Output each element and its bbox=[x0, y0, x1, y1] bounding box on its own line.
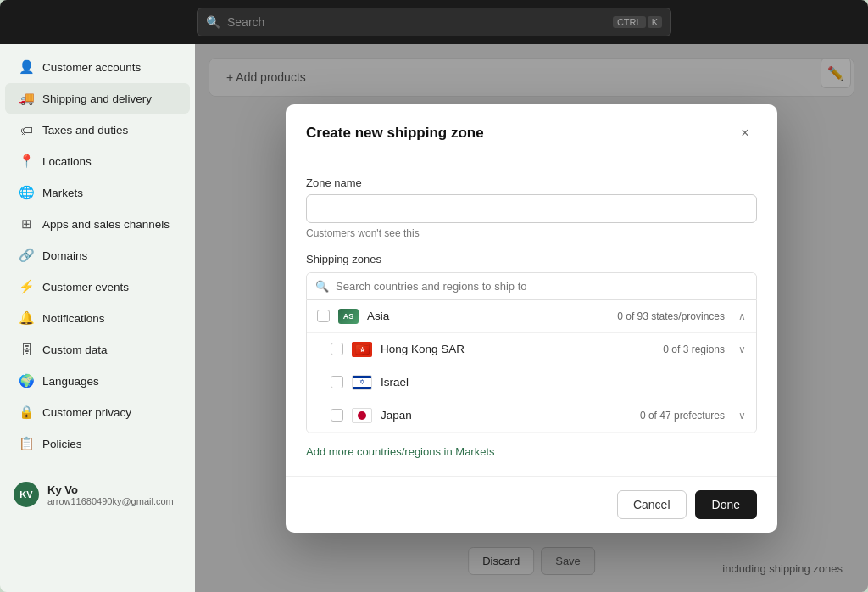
person-icon: 👤 bbox=[19, 59, 34, 75]
sidebar-item-shipping[interactable]: 🚚 Shipping and delivery bbox=[5, 83, 190, 114]
search-bar[interactable]: 🔍 Search CTRL K bbox=[197, 8, 671, 36]
israel-flag: ✡ bbox=[352, 375, 372, 390]
grid-icon: ⊞ bbox=[19, 216, 34, 232]
country-row-japan[interactable]: Japan 0 of 47 prefectures ∨ bbox=[307, 399, 756, 433]
modal-footer: Cancel Done bbox=[286, 476, 777, 533]
sidebar-item-customer-events[interactable]: ⚡ Customer events bbox=[5, 271, 190, 302]
link-icon: 🔗 bbox=[19, 248, 34, 263]
sidebar-item-languages[interactable]: 🌍 Languages bbox=[5, 366, 190, 396]
country-group-asia[interactable]: AS Asia 0 of 93 states/provinces ∧ bbox=[307, 300, 756, 333]
user-profile[interactable]: KV Ky Vo arrow11680490ky@gmail.com bbox=[0, 473, 195, 516]
avatar: KV bbox=[14, 482, 39, 507]
countries-scroll-area[interactable]: AS Asia 0 of 93 states/provinces ∧ 🇭🇰 bbox=[307, 300, 756, 433]
sidebar-label-notifications: Notifications bbox=[42, 312, 105, 325]
hk-chevron-icon[interactable]: ∨ bbox=[738, 343, 746, 355]
sidebar-label-languages: Languages bbox=[42, 375, 99, 388]
sidebar-item-policies[interactable]: 📋 Policies bbox=[5, 428, 190, 459]
japan-flag bbox=[352, 408, 372, 423]
app-container: 🔍 Search CTRL K 👤 Customer accounts 🚚 Sh… bbox=[0, 0, 868, 592]
search-countries-input[interactable] bbox=[307, 273, 756, 299]
doc-icon: 📋 bbox=[19, 436, 34, 451]
sidebar-label-locations: Locations bbox=[42, 155, 92, 168]
asia-flag: AS bbox=[338, 309, 359, 324]
sidebar-label-customer-events: Customer events bbox=[42, 281, 129, 293]
k-key: K bbox=[648, 16, 662, 28]
bell-icon: 🔔 bbox=[19, 310, 34, 326]
search-shortcut: CTRL K bbox=[613, 16, 662, 28]
sidebar-label-domains: Domains bbox=[42, 249, 87, 262]
sidebar-label-shipping: Shipping and delivery bbox=[42, 92, 152, 105]
countries-list-container: AS Asia 0 of 93 states/provinces ∧ 🇭🇰 bbox=[306, 299, 757, 433]
content-area: + Add products ✏️ including shipping zon… bbox=[195, 44, 868, 592]
globe-icon: 🌐 bbox=[19, 185, 34, 200]
modal-overlay: Create new shipping zone × Zone name Cus… bbox=[195, 44, 868, 592]
sidebar-item-locations[interactable]: 📍 Locations bbox=[5, 146, 190, 176]
modal-header: Create new shipping zone × bbox=[286, 104, 777, 159]
search-inner: 🔍 bbox=[307, 273, 756, 299]
sidebar-item-markets[interactable]: 🌐 Markets bbox=[5, 177, 190, 208]
truck-icon: 🚚 bbox=[19, 91, 34, 106]
asia-checkbox[interactable] bbox=[317, 310, 330, 322]
sidebar-item-custom-data[interactable]: 🗄 Custom data bbox=[5, 334, 190, 365]
cancel-button[interactable]: Cancel bbox=[617, 490, 687, 519]
sidebar-label-custom-data: Custom data bbox=[42, 343, 108, 356]
modal-close-button[interactable]: × bbox=[733, 121, 757, 145]
japan-chevron-icon[interactable]: ∨ bbox=[738, 410, 746, 422]
country-row-hk[interactable]: 🇭🇰 Hong Kong SAR 0 of 3 regions ∨ bbox=[307, 333, 756, 366]
modal-body: Zone name Customers won't see this Shipp… bbox=[286, 159, 777, 476]
sidebar-label-customer-accounts: Customer accounts bbox=[42, 61, 141, 74]
search-placeholder: Search bbox=[227, 15, 606, 29]
lock-icon: 🔒 bbox=[19, 405, 34, 420]
sidebar: 👤 Customer accounts 🚚 Shipping and deliv… bbox=[0, 44, 195, 592]
zone-name-input[interactable] bbox=[306, 194, 757, 223]
sidebar-label-customer-privacy: Customer privacy bbox=[42, 406, 131, 419]
database-icon: 🗄 bbox=[19, 342, 34, 357]
hk-name: Hong Kong SAR bbox=[381, 343, 654, 355]
hk-regions: 0 of 3 regions bbox=[663, 343, 725, 355]
japan-regions: 0 of 47 prefectures bbox=[640, 410, 725, 422]
asia-chevron-icon[interactable]: ∧ bbox=[738, 310, 746, 322]
sidebar-label-markets: Markets bbox=[42, 187, 83, 199]
country-row-israel[interactable]: ✡ Israel bbox=[307, 366, 756, 399]
avatar-info: Ky Vo arrow11680490ky@gmail.com bbox=[47, 483, 174, 506]
sidebar-item-taxes[interactable]: 🏷 Taxes and duties bbox=[5, 114, 190, 145]
zone-name-label: Zone name bbox=[306, 176, 757, 189]
hk-flag: 🇭🇰 bbox=[352, 342, 372, 357]
user-name: Ky Vo bbox=[47, 483, 174, 496]
japan-checkbox[interactable] bbox=[331, 409, 343, 422]
israel-name: Israel bbox=[381, 376, 732, 388]
user-email: arrow11680490ky@gmail.com bbox=[47, 496, 174, 506]
sidebar-item-customer-accounts[interactable]: 👤 Customer accounts bbox=[5, 52, 190, 82]
israel-checkbox[interactable] bbox=[331, 376, 343, 388]
sidebar-item-notifications[interactable]: 🔔 Notifications bbox=[5, 303, 190, 333]
search-wrapper: 🔍 bbox=[306, 272, 757, 299]
sidebar-label-apps: Apps and sales channels bbox=[42, 218, 170, 231]
lightning-icon: ⚡ bbox=[19, 279, 34, 294]
asia-regions: 0 of 93 states/provinces bbox=[617, 310, 725, 322]
done-button[interactable]: Done bbox=[695, 490, 757, 519]
add-markets-link[interactable]: Add more countries/regions in Markets bbox=[306, 445, 495, 458]
create-shipping-zone-modal: Create new shipping zone × Zone name Cus… bbox=[286, 104, 777, 533]
japan-name: Japan bbox=[381, 409, 632, 422]
ctrl-key: CTRL bbox=[613, 16, 646, 28]
top-nav: 🔍 Search CTRL K bbox=[0, 0, 868, 44]
translate-icon: 🌍 bbox=[19, 373, 34, 388]
search-icon: 🔍 bbox=[206, 15, 220, 29]
tag-icon: 🏷 bbox=[19, 122, 34, 137]
sidebar-item-customer-privacy[interactable]: 🔒 Customer privacy bbox=[5, 397, 190, 427]
sidebar-label-policies: Policies bbox=[42, 438, 82, 450]
shipping-zones-label: Shipping zones bbox=[306, 253, 757, 265]
hk-checkbox[interactable] bbox=[331, 343, 343, 355]
sidebar-item-apps[interactable]: ⊞ Apps and sales channels bbox=[5, 209, 190, 239]
sidebar-bottom: KV Ky Vo arrow11680490ky@gmail.com bbox=[0, 466, 195, 516]
zone-name-hint: Customers won't see this bbox=[306, 227, 757, 239]
sidebar-item-domains[interactable]: 🔗 Domains bbox=[5, 240, 190, 271]
main-area: 👤 Customer accounts 🚚 Shipping and deliv… bbox=[0, 44, 868, 592]
sidebar-label-taxes: Taxes and duties bbox=[42, 124, 128, 137]
asia-name: Asia bbox=[367, 310, 609, 322]
modal-title: Create new shipping zone bbox=[306, 125, 484, 142]
pin-icon: 📍 bbox=[19, 154, 34, 169]
